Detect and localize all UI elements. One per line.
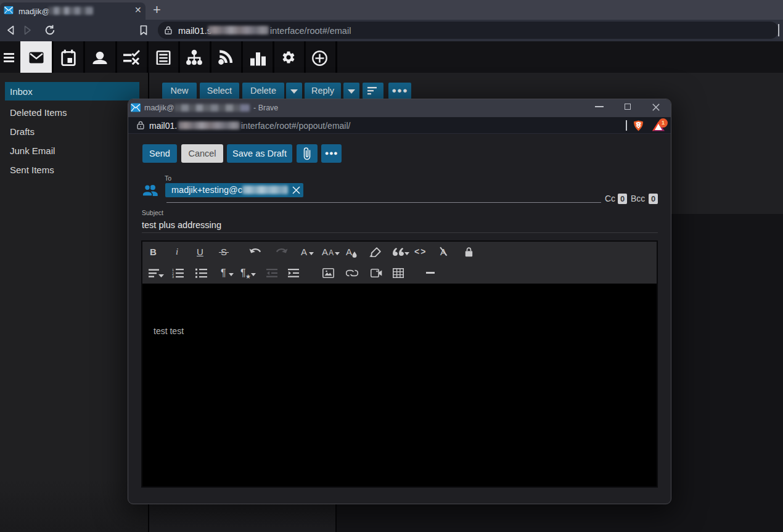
svg-text:3: 3 — [172, 275, 174, 278]
